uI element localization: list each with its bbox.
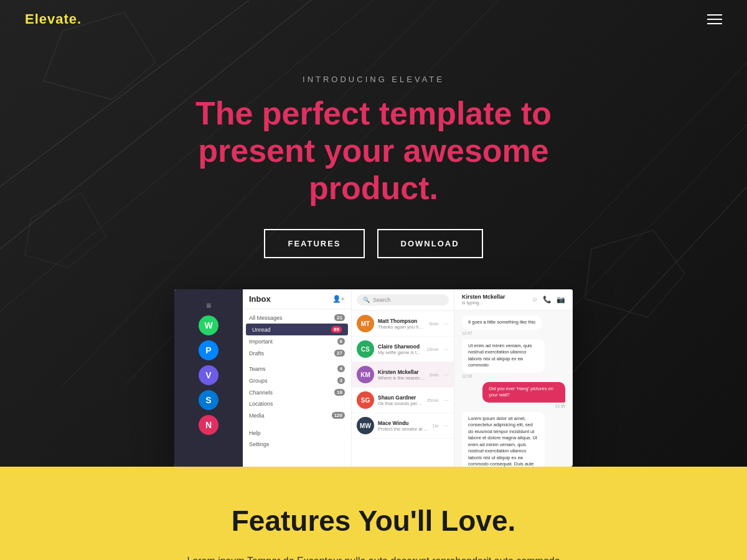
mock-inbox-title: Inbox	[249, 294, 271, 304]
hero-content: INTRODUCING ELEVATE The perfect template…	[156, 50, 591, 289]
chat-name-matt: Matt Thompson	[378, 318, 425, 324]
features-button[interactable]: FEATURES	[264, 229, 364, 258]
mock-inbox-settings[interactable]: Settings	[243, 439, 351, 450]
svg-marker-10	[25, 193, 106, 268]
message-4: Lorem ipsum dolor sit amet, consectetur …	[462, 412, 565, 467]
chat-item-claire[interactable]: CS Claire Sharwood My selfie game is tak…	[352, 337, 454, 362]
hamburger-line-3	[707, 23, 722, 24]
mock-chatlist-panel: 🔍 Search MT Matt Thompson Thanks again y…	[352, 289, 454, 467]
chat-dots-shaun: ···	[444, 397, 449, 404]
chat-dots-kirsten: ···	[444, 371, 449, 378]
mock-inbox-header: Inbox 👤+	[243, 289, 351, 309]
svg-marker-9	[585, 230, 685, 317]
mock-add-contact-icon[interactable]: 👤+	[332, 295, 345, 303]
navbar: Elevate.	[0, 0, 747, 39]
chat-name-mace: Mace Windu	[378, 420, 429, 426]
chat-dots-matt: ···	[444, 320, 449, 327]
hero-buttons: FEATURES DOWNLOAD	[156, 229, 591, 258]
message-1: It goes a little something like this 12:…	[462, 315, 565, 335]
mock-inbox-help[interactable]: Help	[243, 427, 351, 439]
avatar-kirsten: KM	[357, 366, 374, 383]
chat-item-kirsten[interactable]: KM Kirsten Mckellar Where is the nearest…	[352, 362, 454, 388]
chat-name-shaun: Shaun Gardner	[378, 394, 423, 401]
mock-sidebar-icon-messenger[interactable]: P	[199, 340, 218, 360]
chat-preview-mace: Protect the senator at all costs.	[378, 426, 429, 432]
star-icon[interactable]: ☆	[532, 296, 538, 304]
search-icon: 🔍	[363, 297, 370, 303]
chat-preview-kirsten: Where is the nearest place lo...	[378, 375, 425, 381]
mock-inbox-groups[interactable]: Groups 3	[243, 375, 351, 386]
mock-inbox-drafts[interactable]: Drafts 27	[243, 347, 351, 359]
chatview-contact-status: is typing...	[462, 300, 505, 306]
chat-item-mace[interactable]: MW Mace Windu Protect the senator at all…	[352, 413, 454, 439]
avatar-matt: MT	[357, 315, 374, 332]
chatview-header-icons: ☆ 📞 📷	[532, 296, 565, 304]
chat-name-claire: Claire Sharwood	[378, 343, 423, 350]
chat-time-kirsten: 2min	[429, 373, 438, 377]
time-1: 12:47	[462, 331, 472, 335]
bubble-1: It goes a little something like this	[462, 315, 542, 330]
hamburger-menu[interactable]	[707, 14, 722, 24]
features-title: Features You'll Love.	[232, 504, 516, 538]
mock-inbox-menu: All Messages 21 Unread 89 Important 6 Dr…	[243, 309, 351, 452]
mock-inbox-locations[interactable]: Locations	[243, 398, 351, 409]
download-button[interactable]: DOWNLOAD	[377, 229, 483, 258]
mock-inbox-panel: Inbox 👤+ All Messages 21 Unread 89 Impor…	[243, 289, 352, 467]
chat-time-matt: 5min	[429, 322, 438, 326]
mock-inbox-separator-2	[243, 421, 351, 427]
mock-inbox-unread[interactable]: Unread 89	[246, 324, 348, 335]
mock-sidebar-icon-other[interactable]: N	[199, 415, 218, 435]
hamburger-line-2	[707, 19, 722, 20]
features-section: Features You'll Love. Lorem ipsum Tempor…	[0, 467, 747, 560]
logo: Elevate.	[25, 11, 82, 27]
hero-section: INTRODUCING ELEVATE The perfect template…	[0, 0, 747, 467]
mock-inbox-all-messages[interactable]: All Messages 21	[243, 312, 351, 324]
mock-search-bar: 🔍 Search	[352, 289, 454, 311]
mock-hamburger: ≡	[174, 296, 243, 313]
search-placeholder: Search	[373, 297, 391, 303]
app-screenshot: ≡ W P V S N Inbox 👤+ All Messages 21 Unr…	[174, 289, 573, 467]
avatar-shaun: SG	[357, 391, 374, 409]
mock-inbox-important[interactable]: Important 6	[243, 335, 351, 347]
bubble-3: Did you ever 'Hang' pictures on your wal…	[482, 382, 565, 403]
chat-preview-claire: My selfie game is taking can...	[378, 350, 423, 355]
bubble-4: Lorem ipsum dolor sit amet, consectetur …	[462, 412, 545, 467]
features-description: Lorem ipsum Tempor do Excepteur nulla au…	[187, 553, 560, 560]
time-3: 13:39	[555, 404, 565, 408]
phone-icon[interactable]: 📞	[543, 296, 552, 304]
message-3: Did you ever 'Hang' pictures on your wal…	[462, 382, 565, 408]
chat-time-mace: 1hr	[433, 424, 439, 428]
chat-preview-matt: Thanks again you have been...	[378, 324, 425, 330]
mock-sidebar-icon-skype[interactable]: S	[199, 390, 218, 410]
mock-sidebar-icon-viber[interactable]: V	[199, 365, 218, 385]
mock-messages-area: It goes a little something like this 12:…	[454, 310, 573, 467]
avatar-claire: CS	[357, 340, 374, 358]
chat-preview-shaun: Ok that sounds perfect 👍	[378, 401, 423, 406]
mock-inbox-teams[interactable]: Teams 4	[243, 363, 351, 375]
time-2: 12:36	[462, 374, 472, 378]
chat-name-kirsten: Kirsten Mckellar	[378, 369, 425, 375]
bubble-2: Ut enim ad minim veniam, quis nostrud ex…	[462, 339, 545, 373]
mock-chatview-header: Kirsten Mckellar is typing... ☆ 📞 📷	[454, 289, 573, 310]
mock-inbox-channels[interactable]: Channels 18	[243, 386, 351, 398]
mock-inbox-media[interactable]: Media 120	[243, 409, 351, 421]
mock-chatview-panel: Kirsten Mckellar is typing... ☆ 📞 📷 It g…	[454, 289, 573, 467]
hero-subtitle: INTRODUCING ELEVATE	[156, 75, 591, 84]
video-icon[interactable]: 📷	[557, 296, 565, 304]
message-2: Ut enim ad minim veniam, quis nostrud ex…	[462, 339, 565, 378]
chat-time-shaun: 35min	[427, 398, 439, 403]
chat-time-claire: 10min	[427, 347, 439, 352]
chat-item-matt[interactable]: MT Matt Thompson Thanks again you have b…	[352, 311, 454, 337]
mock-sidebar: ≡ W P V S N	[174, 289, 243, 467]
chatview-contact-name: Kirsten Mckellar	[462, 294, 505, 300]
chat-item-shaun[interactable]: SG Shaun Gardner Ok that sounds perfect …	[352, 388, 454, 413]
mock-sidebar-icon-whatsapp[interactable]: W	[199, 315, 218, 335]
chat-dots-mace: ···	[444, 422, 449, 429]
hamburger-line-1	[707, 14, 722, 16]
hero-title: The perfect template to present your awe…	[156, 95, 591, 207]
avatar-mace: MW	[357, 417, 374, 434]
chat-dots-claire: ···	[444, 346, 449, 353]
mock-search-input[interactable]: 🔍 Search	[357, 294, 449, 306]
